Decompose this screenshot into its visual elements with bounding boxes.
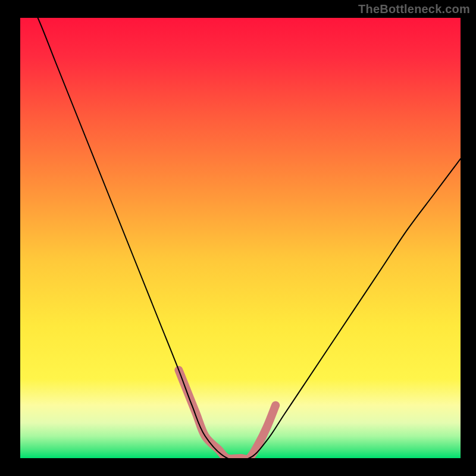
bottleneck-chart-svg — [0, 0, 476, 476]
plot-background — [20, 18, 461, 458]
watermark-text: TheBottleneck.com — [358, 2, 470, 16]
chart-frame: TheBottleneck.com — [0, 0, 476, 476]
